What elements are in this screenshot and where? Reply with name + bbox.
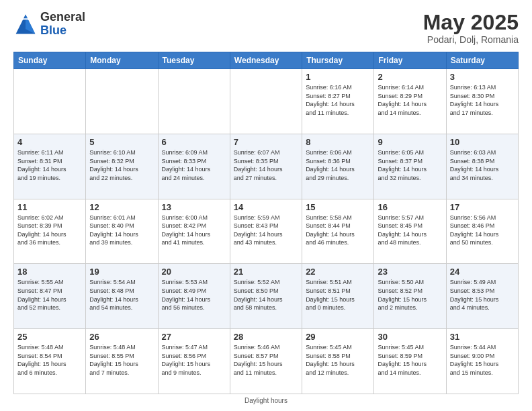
day-number: 21	[234, 267, 298, 277]
day-info: Sunrise: 5:45 AM Sunset: 8:59 PM Dayligh…	[378, 343, 442, 377]
weekday-header-saturday: Saturday	[446, 52, 518, 69]
day-number: 6	[162, 137, 226, 147]
day-number: 26	[89, 332, 154, 342]
weekday-header-wednesday: Wednesday	[230, 52, 302, 69]
day-number: 9	[378, 137, 442, 147]
day-info: Sunrise: 5:59 AM Sunset: 8:43 PM Dayligh…	[234, 214, 298, 247]
calendar-cell: 4Sunrise: 6:11 AM Sunset: 8:31 PM Daylig…	[14, 134, 86, 199]
logo-text: General Blue	[40, 11, 85, 38]
calendar-cell: 26Sunrise: 5:48 AM Sunset: 8:55 PM Dayli…	[86, 329, 158, 394]
logo-blue: Blue	[40, 24, 66, 37]
calendar-table: SundayMondayTuesdayWednesdayThursdayFrid…	[13, 52, 519, 394]
calendar-cell: 5Sunrise: 6:10 AM Sunset: 8:32 PM Daylig…	[86, 134, 158, 199]
svg-rect-2	[22, 18, 30, 20]
day-number: 4	[17, 137, 82, 147]
day-info: Sunrise: 6:01 AM Sunset: 8:40 PM Dayligh…	[89, 214, 154, 247]
calendar-cell: 11Sunrise: 6:02 AM Sunset: 8:39 PM Dayli…	[14, 199, 86, 264]
day-info: Sunrise: 5:50 AM Sunset: 8:52 PM Dayligh…	[378, 278, 442, 312]
day-info: Sunrise: 6:10 AM Sunset: 8:32 PM Dayligh…	[89, 148, 154, 182]
day-info: Sunrise: 6:06 AM Sunset: 8:36 PM Dayligh…	[306, 148, 370, 182]
day-number: 23	[378, 267, 442, 277]
logo-general: General	[40, 10, 85, 24]
day-number: 27	[162, 332, 226, 342]
day-info: Sunrise: 5:44 AM Sunset: 9:00 PM Dayligh…	[450, 343, 515, 377]
calendar-cell: 2Sunrise: 6:14 AM Sunset: 8:29 PM Daylig…	[374, 69, 446, 134]
footer-note: Daylight hours	[13, 397, 519, 404]
day-number: 5	[89, 137, 154, 147]
location: Podari, Dolj, Romania	[423, 34, 519, 45]
calendar-cell: 10Sunrise: 6:03 AM Sunset: 8:38 PM Dayli…	[446, 134, 518, 199]
day-number: 17	[450, 202, 515, 212]
day-info: Sunrise: 6:09 AM Sunset: 8:33 PM Dayligh…	[162, 148, 226, 182]
calendar-cell: 1Sunrise: 6:16 AM Sunset: 8:27 PM Daylig…	[302, 69, 374, 134]
calendar-cell: 25Sunrise: 5:48 AM Sunset: 8:54 PM Dayli…	[14, 329, 86, 394]
calendar-cell: 9Sunrise: 6:05 AM Sunset: 8:37 PM Daylig…	[374, 134, 446, 199]
day-info: Sunrise: 6:02 AM Sunset: 8:39 PM Dayligh…	[17, 214, 82, 247]
calendar-cell: 21Sunrise: 5:52 AM Sunset: 8:50 PM Dayli…	[230, 264, 302, 329]
day-info: Sunrise: 5:48 AM Sunset: 8:54 PM Dayligh…	[17, 343, 82, 377]
day-number: 2	[378, 72, 442, 82]
calendar-page: General Blue May 2025 Podari, Dolj, Roma…	[0, 0, 532, 411]
weekday-header-friday: Friday	[374, 52, 446, 69]
day-number: 18	[17, 267, 82, 277]
day-info: Sunrise: 6:05 AM Sunset: 8:37 PM Dayligh…	[378, 148, 442, 182]
week-row-1: 1Sunrise: 6:16 AM Sunset: 8:27 PM Daylig…	[14, 69, 519, 134]
calendar-cell	[158, 69, 230, 134]
calendar-cell	[14, 69, 86, 134]
calendar-cell: 28Sunrise: 5:46 AM Sunset: 8:57 PM Dayli…	[230, 329, 302, 394]
day-info: Sunrise: 6:07 AM Sunset: 8:35 PM Dayligh…	[234, 148, 298, 182]
week-row-5: 25Sunrise: 5:48 AM Sunset: 8:54 PM Dayli…	[14, 329, 519, 394]
logo: General Blue	[13, 11, 85, 38]
calendar-cell: 12Sunrise: 6:01 AM Sunset: 8:40 PM Dayli…	[86, 199, 158, 264]
day-number: 12	[89, 202, 154, 212]
day-number: 10	[450, 137, 515, 147]
day-number: 16	[378, 202, 442, 212]
day-number: 31	[450, 332, 515, 342]
calendar-cell: 27Sunrise: 5:47 AM Sunset: 8:56 PM Dayli…	[158, 329, 230, 394]
calendar-cell: 7Sunrise: 6:07 AM Sunset: 8:35 PM Daylig…	[230, 134, 302, 199]
calendar-cell: 22Sunrise: 5:51 AM Sunset: 8:51 PM Dayli…	[302, 264, 374, 329]
day-info: Sunrise: 5:45 AM Sunset: 8:58 PM Dayligh…	[306, 343, 370, 377]
day-number: 22	[306, 267, 370, 277]
day-info: Sunrise: 5:53 AM Sunset: 8:49 PM Dayligh…	[162, 278, 226, 312]
weekday-header-tuesday: Tuesday	[158, 52, 230, 69]
day-info: Sunrise: 5:46 AM Sunset: 8:57 PM Dayligh…	[234, 343, 298, 377]
day-info: Sunrise: 6:13 AM Sunset: 8:30 PM Dayligh…	[450, 83, 515, 117]
calendar-cell: 19Sunrise: 5:54 AM Sunset: 8:48 PM Dayli…	[86, 264, 158, 329]
calendar-cell: 6Sunrise: 6:09 AM Sunset: 8:33 PM Daylig…	[158, 134, 230, 199]
day-number: 3	[450, 72, 515, 82]
calendar-cell: 16Sunrise: 5:57 AM Sunset: 8:45 PM Dayli…	[374, 199, 446, 264]
day-number: 14	[234, 202, 298, 212]
month-title: May 2025	[423, 11, 519, 34]
day-number: 8	[306, 137, 370, 147]
calendar-cell: 15Sunrise: 5:58 AM Sunset: 8:44 PM Dayli…	[302, 199, 374, 264]
calendar-cell: 14Sunrise: 5:59 AM Sunset: 8:43 PM Dayli…	[230, 199, 302, 264]
calendar-cell: 18Sunrise: 5:55 AM Sunset: 8:47 PM Dayli…	[14, 264, 86, 329]
day-info: Sunrise: 5:49 AM Sunset: 8:53 PM Dayligh…	[450, 278, 515, 312]
day-info: Sunrise: 5:47 AM Sunset: 8:56 PM Dayligh…	[162, 343, 226, 377]
day-info: Sunrise: 6:14 AM Sunset: 8:29 PM Dayligh…	[378, 83, 442, 117]
week-row-3: 11Sunrise: 6:02 AM Sunset: 8:39 PM Dayli…	[14, 199, 519, 264]
day-number: 15	[306, 202, 370, 212]
day-number: 30	[378, 332, 442, 342]
logo-icon	[13, 12, 38, 36]
day-number: 25	[17, 332, 82, 342]
day-info: Sunrise: 5:54 AM Sunset: 8:48 PM Dayligh…	[89, 278, 154, 312]
day-number: 11	[17, 202, 82, 212]
calendar-cell: 29Sunrise: 5:45 AM Sunset: 8:58 PM Dayli…	[302, 329, 374, 394]
week-row-4: 18Sunrise: 5:55 AM Sunset: 8:47 PM Dayli…	[14, 264, 519, 329]
day-number: 24	[450, 267, 515, 277]
calendar-cell	[86, 69, 158, 134]
day-number: 28	[234, 332, 298, 342]
calendar-cell: 30Sunrise: 5:45 AM Sunset: 8:59 PM Dayli…	[374, 329, 446, 394]
header: General Blue May 2025 Podari, Dolj, Roma…	[13, 11, 519, 45]
calendar-cell: 3Sunrise: 6:13 AM Sunset: 8:30 PM Daylig…	[446, 69, 518, 134]
title-block: May 2025 Podari, Dolj, Romania	[423, 11, 519, 45]
day-info: Sunrise: 5:48 AM Sunset: 8:55 PM Dayligh…	[89, 343, 154, 377]
day-info: Sunrise: 6:03 AM Sunset: 8:38 PM Dayligh…	[450, 148, 515, 182]
calendar-cell: 31Sunrise: 5:44 AM Sunset: 9:00 PM Dayli…	[446, 329, 518, 394]
day-number: 1	[306, 72, 370, 82]
day-info: Sunrise: 6:11 AM Sunset: 8:31 PM Dayligh…	[17, 148, 82, 182]
calendar-cell: 23Sunrise: 5:50 AM Sunset: 8:52 PM Dayli…	[374, 264, 446, 329]
day-number: 7	[234, 137, 298, 147]
